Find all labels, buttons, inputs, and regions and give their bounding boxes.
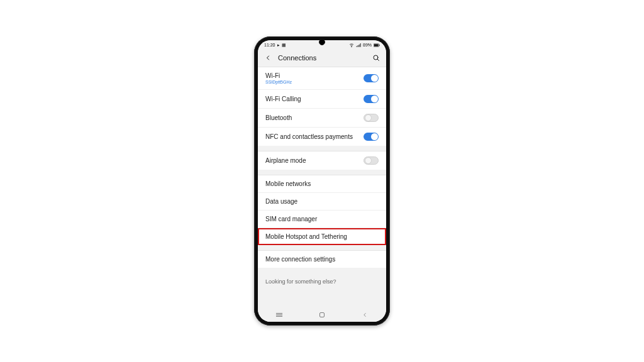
content: Wi-Fi SSIDptt5GHz Wi-Fi Calling Bluetoot… (258, 67, 386, 308)
wifi-icon (349, 43, 354, 48)
row-mobile-networks[interactable]: Mobile networks (258, 175, 386, 193)
row-wifi-calling[interactable]: Wi-Fi Calling (258, 90, 386, 109)
row-sim-manager[interactable]: SIM card manager (258, 211, 386, 228)
svg-rect-3 (379, 44, 380, 45)
status-indicator-icon: ▸ (277, 43, 280, 48)
row-label: SIM card manager (265, 216, 317, 222)
chevron-left-icon (264, 54, 272, 62)
signal-icon (356, 43, 361, 48)
recents-icon (275, 312, 284, 318)
toggle-airplane[interactable] (364, 156, 379, 165)
svg-rect-2 (374, 44, 379, 46)
row-data-usage[interactable]: Data usage (258, 193, 386, 211)
home-icon (318, 311, 326, 319)
row-label: Mobile networks (265, 180, 311, 187)
row-label: Wi-Fi Calling (265, 96, 301, 102)
status-time: 11:20 (264, 43, 275, 47)
svg-rect-9 (320, 313, 325, 317)
page-title: Connections (278, 54, 366, 62)
screen: 11:20 ▸ ▦ 89% (258, 40, 386, 322)
row-label: Looking for something else? (265, 278, 336, 285)
row-label: Data usage (265, 198, 297, 205)
svg-line-5 (377, 59, 379, 60)
row-bluetooth[interactable]: Bluetooth (258, 109, 386, 128)
phone-frame: 11:20 ▸ ▦ 89% (254, 36, 390, 326)
battery-icon (374, 43, 380, 47)
front-camera (319, 39, 325, 45)
status-grid-icon: ▦ (282, 43, 286, 48)
row-label: More connection settings (265, 256, 335, 263)
row-label: Bluetooth (265, 114, 292, 121)
back-icon (362, 311, 368, 319)
nav-bar (258, 308, 386, 322)
row-wifi[interactable]: Wi-Fi SSIDptt5GHz (258, 67, 386, 90)
row-label: NFC and contactless payments (265, 133, 353, 140)
row-nfc[interactable]: NFC and contactless payments (258, 128, 386, 146)
row-more-connection[interactable]: More connection settings (258, 251, 386, 268)
toggle-nfc[interactable] (364, 133, 379, 141)
nav-recents[interactable] (267, 312, 292, 318)
row-airplane[interactable]: Airplane mode (258, 151, 386, 170)
svg-point-0 (352, 47, 352, 47)
nav-home[interactable] (309, 311, 335, 319)
row-label: Airplane mode (265, 157, 306, 164)
toggle-wifi-calling[interactable] (364, 95, 379, 103)
search-button[interactable] (372, 54, 380, 62)
toggle-wifi[interactable] (364, 74, 379, 82)
search-icon (372, 54, 380, 62)
row-looking-for[interactable]: Looking for something else? (258, 273, 386, 290)
row-sublabel: SSIDptt5GHz (265, 80, 292, 84)
battery-percent: 89% (363, 43, 372, 47)
nav-back[interactable] (352, 311, 377, 319)
toggle-bluetooth[interactable] (364, 114, 379, 122)
row-label: Wi-Fi (265, 72, 292, 79)
row-hotspot-tethering[interactable]: Mobile Hotspot and Tethering (258, 228, 386, 245)
back-button[interactable] (264, 54, 272, 62)
app-bar: Connections (258, 49, 386, 67)
row-label: Mobile Hotspot and Tethering (265, 233, 347, 240)
